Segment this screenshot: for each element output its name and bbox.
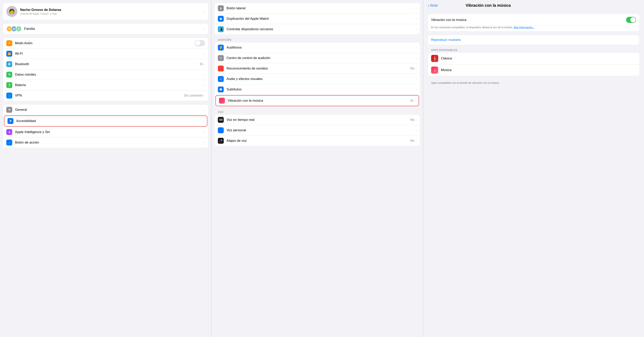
- atajos-voz-icon: 🎤: [218, 138, 224, 144]
- sidebar-item-bluetooth[interactable]: Ƀ Bluetooth Sí ›: [3, 59, 208, 70]
- subtitulos-label: Subtítulos: [226, 88, 416, 91]
- audicion-group: 🦻 Audífonos › 🎚 Centro de control de aud…: [215, 43, 420, 107]
- vibracion-musica-icon: 🎵: [219, 98, 225, 104]
- bluetooth-value: Sí: [200, 62, 203, 66]
- vpn-icon: 🌐: [6, 93, 12, 99]
- sidebar-item-boton-lateral[interactable]: ▮ Botón lateral ›: [215, 3, 420, 14]
- accesibilidad-icon: ♿: [8, 118, 14, 124]
- subtitulos-icon: 💬: [218, 87, 224, 92]
- sidebar-item-apple-intelligence[interactable]: ✦ Apple Intelligence y Siri ›: [3, 127, 208, 137]
- sidebar-item-wifi[interactable]: 📶 Wi-Fi ›: [3, 49, 208, 59]
- back-button[interactable]: ‹ Atrás: [428, 3, 438, 8]
- familia-avatars: N M A: [6, 26, 22, 32]
- boton-lateral-label: Botón lateral: [226, 6, 416, 10]
- app-row-clasica[interactable]: 𝄞 Clásica: [428, 53, 639, 64]
- vibracion-toggle[interactable]: [626, 17, 636, 23]
- sidebar-item-modo-avion[interactable]: ✈ Modo Avión: [3, 38, 208, 49]
- datos-moviles-icon: 📡: [6, 72, 12, 78]
- sidebar-item-voz-personal[interactable]: 👤 Voz personal ›: [215, 125, 420, 136]
- familia-row[interactable]: N M A Familia ›: [3, 24, 208, 34]
- duplicacion-watch-label: Duplicación del Apple Watch: [226, 17, 416, 21]
- sidebar-item-general[interactable]: ⚙ General ›: [3, 105, 208, 115]
- atajos-voz-label: Atajos de voz: [226, 139, 410, 143]
- chevron-icon: ›: [204, 141, 205, 144]
- sidebar-item-subtitulos[interactable]: 💬 Subtítulos ›: [215, 84, 420, 95]
- duplicacion-watch-icon: ⌚: [218, 16, 224, 22]
- bateria-icon: 🔋: [6, 82, 12, 88]
- profile-row[interactable]: 🧑 Nacho Grosso de Dolarea Cuenta de Appl…: [3, 3, 208, 20]
- column-3: ‹ Atrás Vibración con la música Vibració…: [423, 0, 644, 337]
- sidebar-item-atajos-voz[interactable]: 🎤 Atajos de voz No ›: [215, 136, 420, 146]
- boton-accion-icon: →: [6, 140, 12, 146]
- chevron-icon: ›: [203, 119, 204, 123]
- sidebar-item-accesibilidad[interactable]: ♿ Accesibilidad ›: [4, 116, 207, 127]
- apple-intelligence-label: Apple Intelligence y Siri: [15, 130, 204, 134]
- reproducir-muestra-link[interactable]: Reproducir muestra: [428, 35, 639, 45]
- sidebar-item-controlar-dispositivos[interactable]: 📲 Controlar dispositivos cercanos ›: [215, 24, 420, 34]
- chevron-icon: ›: [204, 73, 205, 76]
- controlar-dispositivos-label: Controlar dispositivos cercanos: [226, 27, 416, 31]
- accesibilidad-label: Accesibilidad: [16, 119, 203, 123]
- top-items-group: ▮ Botón lateral › ⌚ Duplicación del Appl…: [215, 3, 420, 34]
- chevron-icon: ›: [416, 57, 417, 60]
- chevron-icon: ›: [204, 108, 205, 111]
- sidebar-item-audio-efectos[interactable]: 🔊 Audio y efectos visuales ›: [215, 74, 420, 84]
- boton-lateral-icon: ▮: [218, 5, 224, 11]
- settings-group-1: ✈ Modo Avión 📶 Wi-Fi › Ƀ Bluetooth Sí › …: [3, 38, 208, 101]
- chevron-icon: ›: [204, 94, 205, 97]
- voz-tiempo-real-value: No: [410, 118, 414, 122]
- chevron-icon: ›: [204, 10, 205, 13]
- chevron-icon: ›: [414, 99, 416, 102]
- column-2: ▮ Botón lateral › ⌚ Duplicación del Appl…: [211, 0, 423, 337]
- chevron-icon: ›: [416, 129, 417, 132]
- general-icon: ⚙: [6, 107, 12, 113]
- sidebar-item-bateria[interactable]: 🔋 Batería ›: [3, 80, 208, 90]
- modo-avion-icon: ✈: [6, 40, 12, 46]
- vpn-value: Sin conexión: [184, 94, 203, 98]
- centro-control-label: Centro de control de audición: [226, 56, 416, 60]
- vibracion-musica-value: Sí: [410, 99, 413, 103]
- modo-avion-toggle[interactable]: [195, 40, 205, 46]
- chevron-icon: ›: [204, 52, 205, 55]
- apps-group: 𝄞 Clásica ♪ Música: [428, 53, 639, 76]
- bluetooth-icon: Ƀ: [6, 61, 12, 67]
- sidebar-item-datos-moviles[interactable]: 📡 Datos móviles ›: [3, 70, 208, 80]
- bluetooth-label: Bluetooth: [15, 62, 200, 66]
- chevron-icon: ›: [416, 77, 417, 81]
- atajos-voz-value: No: [410, 139, 414, 143]
- chevron-icon: ›: [416, 7, 417, 10]
- sidebar-item-voz-tiempo-real[interactable]: ⌨ Voz en tiempo real No ›: [215, 115, 420, 125]
- chevron-icon: ›: [416, 118, 417, 121]
- apps-footer: Apps compatibles con la función de vibra…: [428, 80, 639, 85]
- chevron-icon: ›: [416, 139, 417, 142]
- toggle-description: En las canciones compatibles, el disposi…: [428, 26, 639, 31]
- voz-personal-icon: 👤: [218, 127, 224, 133]
- sidebar-item-boton-accion[interactable]: → Botón de acción ›: [3, 137, 208, 148]
- chevron-icon: ›: [416, 17, 417, 20]
- datos-moviles-label: Datos móviles: [15, 73, 204, 77]
- sidebar-item-reconocimiento-sonidos[interactable]: 🎵 Reconocimiento de sonidos No ›: [215, 63, 420, 74]
- chevron-icon: ›: [416, 88, 417, 91]
- chevron-icon: ›: [204, 131, 205, 134]
- audio-efectos-icon: 🔊: [218, 76, 224, 82]
- app-row-musica[interactable]: ♪ Música: [428, 64, 639, 76]
- back-label: Atrás: [430, 4, 438, 8]
- sidebar-item-audifonos[interactable]: 🦻 Audífonos ›: [215, 43, 420, 53]
- voz-personal-label: Voz personal: [226, 128, 416, 132]
- sidebar-item-vpn[interactable]: 🌐 VPN Sin conexión ›: [3, 90, 208, 101]
- sidebar-item-centro-control-audicion[interactable]: 🎚 Centro de control de audición ›: [215, 53, 420, 63]
- avatar: 🧑: [6, 6, 17, 17]
- wifi-label: Wi-Fi: [15, 52, 204, 56]
- audifonos-label: Audífonos: [226, 46, 416, 50]
- chevron-icon: ›: [416, 46, 417, 49]
- back-chevron-icon: ‹: [428, 3, 429, 8]
- general-label: General: [15, 108, 204, 112]
- sidebar-item-vibracion-musica[interactable]: 🎵 Vibración con la música Sí ›: [216, 95, 419, 106]
- sidebar-item-duplicacion-watch[interactable]: ⌚ Duplicación del Apple Watch ›: [215, 14, 420, 24]
- audifonos-icon: 🦻: [218, 45, 224, 51]
- musica-app-icon: ♪: [431, 67, 438, 74]
- audio-efectos-label: Audio y efectos visuales: [226, 77, 416, 81]
- toggle-knob: [195, 41, 201, 46]
- mas-informacion-link[interactable]: Más información...: [514, 26, 534, 29]
- chevron-icon: ›: [204, 84, 205, 87]
